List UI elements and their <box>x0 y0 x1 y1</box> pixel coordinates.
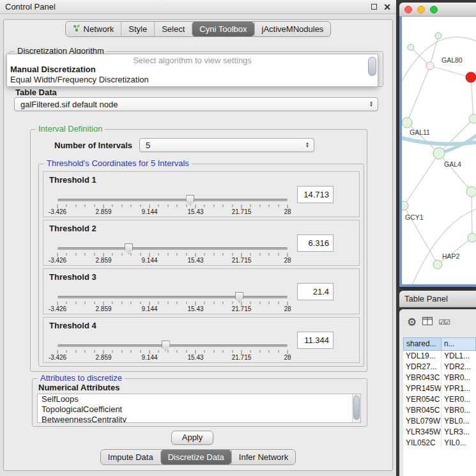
slider-track[interactable] <box>58 344 288 347</box>
network-edge[interactable] <box>438 238 472 265</box>
table-row[interactable]: YBL079WYBL0... <box>403 416 476 427</box>
tab-discretize-data[interactable]: Discretize Data <box>160 450 231 464</box>
slider-track[interactable] <box>58 296 288 298</box>
tick-mark <box>112 302 113 304</box>
threshold-panel: Threshold 2-3.4262.8599.14415.4321.71528… <box>43 220 360 266</box>
table-row[interactable]: YPR145WYPR1... <box>403 383 476 394</box>
threshold-value-field[interactable]: 14.713 <box>297 186 334 203</box>
table-row[interactable]: YLR345WYLR3... <box>403 427 476 438</box>
network-node[interactable] <box>469 114 476 123</box>
cell-name: YDR2... <box>441 362 476 372</box>
tick-mark <box>66 253 67 256</box>
network-edge[interactable] <box>407 123 439 153</box>
popup-scrollbar-thumb[interactable] <box>368 57 376 76</box>
tick-label: 21.715 <box>232 208 252 215</box>
network-node[interactable] <box>402 118 412 128</box>
network-edge[interactable] <box>471 77 473 119</box>
network-edge[interactable] <box>430 36 438 66</box>
number-of-intervals-label: Number of Intervals <box>54 141 132 150</box>
tick-mark <box>204 350 205 353</box>
float-window-icon[interactable] <box>371 4 377 10</box>
network-edge[interactable] <box>430 66 471 77</box>
threshold-value-field[interactable]: 6.316 <box>297 234 334 252</box>
threshold-value-field[interactable]: 11.344 <box>297 332 334 349</box>
tab-cyni-toolbox[interactable]: Cyni Toolbox <box>192 22 254 36</box>
zoom-traffic-light-icon[interactable] <box>430 6 438 13</box>
tab-style[interactable]: Style <box>121 22 154 36</box>
tick-mark <box>158 302 159 304</box>
apply-button[interactable]: Apply <box>171 431 213 445</box>
threshold-value-field[interactable]: 21.4 <box>297 283 334 300</box>
algorithm-option[interactable]: Manual Discretization <box>7 65 378 75</box>
threshold-panel: Threshold 4-3.4262.8599.14415.4321.71528… <box>43 317 360 363</box>
select-rows-icon[interactable]: ☑☑ <box>438 318 450 326</box>
tab-label: Discretize Data <box>168 452 224 462</box>
tick-mark <box>121 350 122 353</box>
threshold-list: Threshold 1-3.4262.8599.14415.4321.71528… <box>43 171 360 365</box>
tab-select[interactable]: Select <box>154 22 192 36</box>
minimize-traffic-light-icon[interactable] <box>417 6 425 13</box>
table-row[interactable]: YBR043CYBR0... <box>403 372 476 383</box>
network-view-window: GAL80GAL11GAL4GCY1HAP2 <box>399 3 476 287</box>
column-header-shared-name[interactable]: shared... <box>403 337 441 351</box>
network-canvas[interactable]: GAL80GAL11GAL4GCY1HAP2 <box>399 17 476 287</box>
algorithm-placeholder-option[interactable]: Select algorithm to view settings <box>7 54 378 65</box>
table-row[interactable]: YDR27...YDR2... <box>403 362 476 372</box>
node-table[interactable]: shared... n... YDL19...YDL1...YDR27...YD… <box>403 337 476 476</box>
cell-shared-name: YBR045C <box>403 405 441 416</box>
algorithm-option[interactable]: Equal Width/Frequency Discretization <box>7 75 378 85</box>
network-node[interactable] <box>433 148 445 159</box>
numerical-attributes-list[interactable]: SelfLoopsTopologicalCoefficientBetweenne… <box>37 394 361 423</box>
cell-name: YLR3... <box>441 427 476 438</box>
tick-mark <box>177 204 178 207</box>
table-data-label: Table Data <box>15 88 57 97</box>
tick-mark <box>75 350 76 353</box>
network-edge[interactable] <box>472 192 472 238</box>
network-edge[interactable] <box>439 153 472 192</box>
attribute-list-item[interactable]: BetweennessCentrality <box>38 415 360 423</box>
network-node[interactable] <box>466 72 476 82</box>
network-window-titlebar <box>399 3 476 17</box>
close-icon[interactable]: ✕ <box>383 4 391 10</box>
table-row[interactable]: YDL19...YDL1... <box>403 351 476 362</box>
tab-impute-data[interactable]: Impute Data <box>101 450 160 464</box>
tick-label: 21.715 <box>232 354 252 361</box>
network-node[interactable] <box>402 201 408 210</box>
network-node[interactable] <box>433 260 442 269</box>
tab-infer-network[interactable]: Infer Network <box>231 450 295 464</box>
list-scrollbar-thumb[interactable] <box>353 395 360 420</box>
cell-shared-name: YIL052C <box>403 438 441 449</box>
tick-mark <box>232 350 233 353</box>
network-node[interactable] <box>408 44 414 50</box>
network-edge[interactable] <box>407 66 430 123</box>
table-row[interactable]: YIL052CYIL0... <box>403 438 476 449</box>
column-header-name[interactable]: n... <box>441 337 476 351</box>
network-node[interactable] <box>426 62 434 70</box>
number-of-intervals-combobox[interactable]: 5 ▲▼ <box>139 138 314 152</box>
list-scrollbar[interactable] <box>352 394 360 422</box>
tab-jactivemnodules[interactable]: jActiveMNodules <box>254 22 331 36</box>
network-edge[interactable] <box>404 153 439 206</box>
table-row[interactable]: YER054CYER0... <box>403 394 476 405</box>
gear-icon[interactable]: ⚙ <box>407 317 417 328</box>
select-columns-icon[interactable] <box>422 317 433 327</box>
tick-mark <box>94 302 95 304</box>
slider-track[interactable] <box>58 199 288 201</box>
attribute-list-item[interactable]: SelfLoops <box>38 394 360 404</box>
tab-network[interactable]: Network <box>66 22 121 36</box>
tick-mark <box>121 302 122 304</box>
cell-shared-name: YDL19... <box>403 351 441 362</box>
network-node[interactable] <box>466 187 476 197</box>
slider-track[interactable] <box>58 247 288 250</box>
threshold-label: Threshold 1 <box>49 175 96 185</box>
network-node[interactable] <box>435 33 441 39</box>
table-data-combobox[interactable]: galFiltered.sif default node ▲▼ <box>14 97 378 111</box>
node-label: GAL4 <box>444 160 461 168</box>
network-node[interactable] <box>468 233 476 242</box>
close-traffic-light-icon[interactable] <box>404 6 412 13</box>
tick-mark <box>85 302 86 304</box>
cell-name: YPR1... <box>441 383 476 394</box>
table-row[interactable]: YBR045CYBR0... <box>403 405 476 416</box>
combo-arrows-icon: ▲▼ <box>369 98 373 111</box>
attribute-list-item[interactable]: TopologicalCoefficient <box>38 404 360 415</box>
